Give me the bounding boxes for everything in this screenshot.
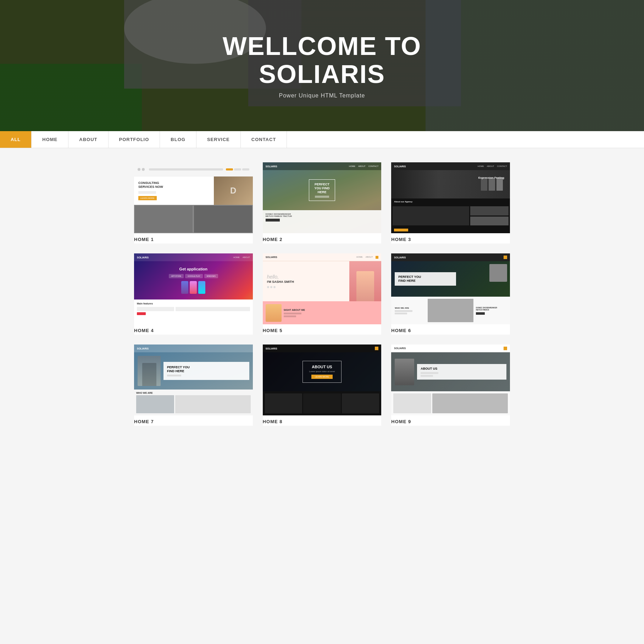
grid-item-home6[interactable]: SOLIARIS PERFECT YOUFIND HERE WHO WE ARE — [391, 253, 510, 335]
grid-item-home4[interactable]: SOLIARIS HOME ABOUT Get application APP … — [134, 253, 253, 335]
grid-item-home1[interactable]: CONSULTINGSERVICES NOW LEARN MORE D HOME — [134, 162, 253, 243]
grid-label-home6: HOME 6 — [391, 324, 510, 335]
grid-item-home5[interactable]: SOLIARIS HOME ABOUT hello, I'M SASHA SMI… — [263, 253, 382, 335]
hero-section: WELLCOME TO SOLIARIS Power Unique HTML T… — [0, 0, 644, 131]
thumb-right-home1: D — [214, 177, 253, 205]
grid-item-home2[interactable]: SOLIARIS HOME ABOUT CONTACT PERFECTYOU F… — [263, 162, 382, 243]
thumbnail-home1: CONSULTINGSERVICES NOW LEARN MORE D — [134, 162, 253, 233]
thumb-btn-home1: LEARN MORE — [138, 196, 157, 200]
thumb-content-home1: CONSULTINGSERVICES NOW LEARN MORE D — [134, 177, 253, 205]
nav-item-service[interactable]: SERVICE — [196, 131, 241, 148]
grid-label-home3: HOME 3 — [391, 233, 510, 243]
hero-subtitle: Power Unique HTML Template — [279, 93, 365, 99]
nav-item-blog[interactable]: BLOG — [160, 131, 196, 148]
grid-label-home1: HOME 1 — [134, 233, 253, 243]
grid-label-home9: HOME 9 — [391, 415, 510, 426]
thumbnail-home5: SOLIARIS HOME ABOUT hello, I'M SASHA SMI… — [263, 253, 382, 324]
nav-item-all[interactable]: ALL — [0, 131, 32, 148]
grid-label-home8: HOME 8 — [263, 415, 382, 426]
grid-label-home4: HOME 4 — [134, 324, 253, 335]
grid-item-home9[interactable]: SOLIARIS ABOUT US — [391, 345, 510, 426]
thumbnail-home7: SOLIARIS PERFECT YOUFIND HERE WHO WE ARE — [134, 345, 253, 415]
thumbnail-home6: SOLIARIS PERFECT YOUFIND HERE WHO WE ARE — [391, 253, 510, 324]
template-grid: CONSULTINGSERVICES NOW LEARN MORE D HOME — [134, 162, 510, 426]
nav-item-contact[interactable]: CONTACT — [241, 131, 287, 148]
thumbnail-home3: SOLIARIS HOME ABOUT CONTACT E — [391, 162, 510, 233]
hero-title: WELLCOME TO SOLIARIS — [223, 32, 422, 88]
thumb-heading-home1: CONSULTINGSERVICES NOW — [138, 181, 210, 189]
thumbnail-home9: SOLIARIS ABOUT US — [391, 345, 510, 415]
nav-item-portfolio[interactable]: PORTFOLIO — [109, 131, 160, 148]
thumbnail-home8: SOLIARIS ABOUT US Lorem ipsum dolor sit … — [263, 345, 382, 415]
grid-label-home5: HOME 5 — [263, 324, 382, 335]
grid-item-home7[interactable]: SOLIARIS PERFECT YOUFIND HERE WHO WE ARE — [134, 345, 253, 426]
nav-item-about[interactable]: ABOUT — [68, 131, 108, 148]
filter-nav: ALL HOME ABOUT PORTFOLIO BLOG SERVICE CO… — [0, 131, 644, 148]
thumb-left-home1: CONSULTINGSERVICES NOW LEARN MORE — [134, 177, 214, 205]
thumbnail-home2: SOLIARIS HOME ABOUT CONTACT PERFECTYOU F… — [263, 162, 382, 233]
grid-label-home7: HOME 7 — [134, 415, 253, 426]
content-area: CONSULTINGSERVICES NOW LEARN MORE D HOME — [127, 162, 517, 426]
thumb-bottom-home1 — [134, 205, 253, 233]
grid-item-home8[interactable]: SOLIARIS ABOUT US Lorem ipsum dolor sit … — [263, 345, 382, 426]
nav-item-home[interactable]: HOME — [32, 131, 68, 148]
thumb-nav-home1 — [134, 162, 253, 177]
thumbnail-home4: SOLIARIS HOME ABOUT Get application APP … — [134, 253, 253, 324]
grid-item-home3[interactable]: SOLIARIS HOME ABOUT CONTACT E — [391, 162, 510, 243]
grid-label-home2: HOME 2 — [263, 233, 382, 243]
